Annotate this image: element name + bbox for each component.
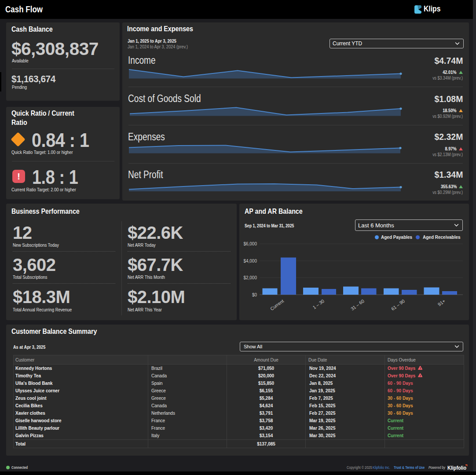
svg-text:$2,000: $2,000	[243, 275, 257, 280]
svg-text:31 – 60: 31 – 60	[350, 298, 366, 311]
svg-text:61 – 90: 61 – 90	[390, 298, 406, 311]
svg-text:91+: 91+	[437, 298, 446, 307]
svg-text:$4,000: $4,000	[243, 259, 257, 263]
svg-text:Current: Current	[269, 298, 285, 311]
svg-text:$0: $0	[252, 292, 257, 297]
svg-text:$6,000: $6,000	[243, 241, 257, 246]
svg-text:1 – 30: 1 – 30	[311, 298, 325, 310]
